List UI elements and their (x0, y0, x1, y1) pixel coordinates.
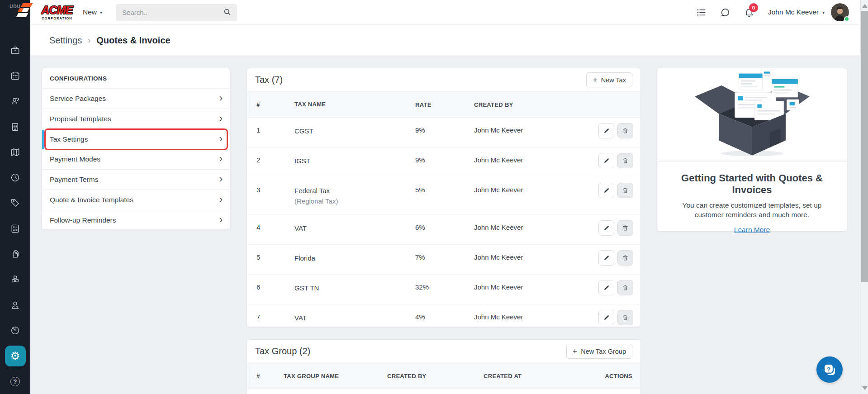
edit-button[interactable] (598, 220, 614, 236)
tax-name-cell: VAT (294, 223, 415, 233)
table-row: 3 Federal Tax (Regional Tax) 5% John Mc … (247, 177, 640, 215)
edit-button[interactable] (598, 153, 614, 168)
edit-button[interactable] (598, 280, 614, 295)
sidebar-item-tags[interactable] (0, 190, 30, 216)
tax-rate: 6% (415, 223, 474, 231)
sidebar-item-contacts[interactable] (0, 89, 30, 114)
search-icon[interactable] (223, 8, 232, 18)
sidebar-item-invoices[interactable] (0, 114, 30, 139)
tax-group-table-header: # TAX GROUP NAME CREATED BY CREATED AT A… (247, 363, 640, 389)
table-row: 1 CGST 9% John Mc Keever (247, 118, 640, 147)
pencil-icon (603, 224, 610, 232)
table-row: 7 VAT 4% John Mc Keever (247, 304, 640, 334)
config-item[interactable]: Proposal Templates (42, 109, 230, 129)
scrollbar-thumb[interactable] (861, 11, 868, 282)
created-by: John Mc Keever (474, 313, 587, 321)
notifications-button[interactable]: 0 (744, 7, 754, 18)
getting-started-card: Getting Started with Quotes & Invoices Y… (657, 68, 847, 232)
clock-icon (10, 172, 20, 183)
user-icon (10, 300, 20, 310)
delete-button[interactable] (617, 183, 633, 198)
new-tax-button-label: New Tax (601, 76, 626, 84)
col-rate: RATE (415, 101, 474, 108)
help-circle-icon: ? (10, 377, 20, 386)
trash-icon (622, 187, 629, 194)
user-menu[interactable]: John Mc Keever ▾ (768, 3, 849, 21)
svg-text:?: ? (827, 366, 830, 373)
plus-icon: + (573, 347, 578, 356)
sidebar-item-help[interactable]: ? (0, 369, 30, 394)
tax-name-cell: GST TN (294, 283, 415, 293)
delete-button[interactable] (617, 310, 633, 325)
config-item[interactable]: Payment Modes (42, 149, 230, 170)
pie-chart-icon (10, 325, 20, 336)
edit-button[interactable] (598, 123, 614, 138)
sidebar-item-documents[interactable] (0, 241, 30, 266)
tax-name: CGST (294, 126, 415, 136)
edit-button[interactable] (598, 310, 614, 325)
avatar[interactable] (831, 3, 849, 21)
sidebar-item-reports[interactable] (0, 318, 30, 343)
sidebar-item-time[interactable] (0, 165, 30, 190)
company-logo-name: ACME (39, 5, 75, 16)
scroll-down-arrow[interactable] (862, 386, 868, 390)
table-row: 6 GST TN 32% John Mc Keever (247, 275, 640, 304)
config-item-label: Service Packages (50, 95, 106, 103)
config-item[interactable]: Follow-up Reminders (42, 210, 230, 230)
app-screen: UDU (0, 0, 868, 394)
tag-icon (10, 198, 20, 208)
col-actions: ACTIONS (582, 373, 640, 380)
help-fab-button[interactable]: ? (816, 356, 843, 383)
tax-name: VAT (294, 313, 415, 323)
new-tax-button[interactable]: + New Tax (586, 72, 632, 87)
config-item[interactable]: Quote & Invoice Templates (42, 190, 230, 210)
config-item[interactable]: Service Packages (42, 88, 230, 109)
tax-name-cell: CGST (294, 126, 415, 136)
config-item[interactable]: Tax Settings (42, 129, 230, 149)
learn-more-link[interactable]: Learn More (734, 226, 770, 234)
tax-name-cell: IGST (294, 156, 415, 166)
open-box-illustration (657, 68, 847, 162)
company-logo[interactable]: ACME CORPORATION (39, 5, 75, 20)
config-item-label: Payment Terms (50, 176, 98, 184)
col-created-by: CREATED BY (474, 101, 587, 108)
delete-button[interactable] (617, 250, 633, 266)
delete-button[interactable] (617, 123, 633, 138)
row-actions (587, 250, 640, 266)
edit-button[interactable] (598, 250, 614, 266)
online-status-dot (844, 16, 849, 22)
new-tax-group-button[interactable]: + New Tax Group (566, 344, 632, 359)
activity-list-button[interactable] (696, 7, 707, 18)
trash-icon (622, 314, 629, 321)
breadcrumb-settings[interactable]: Settings (49, 35, 82, 46)
sidebar-item-estimates[interactable] (0, 216, 30, 241)
tax-table-body: 1 CGST 9% John Mc Keever (247, 118, 640, 334)
sidebar-nav: ⚙ ? (0, 38, 30, 394)
messages-button[interactable] (720, 7, 730, 18)
getting-started-body: Getting Started with Quotes & Invoices Y… (657, 162, 847, 234)
sidebar-item-map[interactable] (0, 139, 30, 165)
delete-button[interactable] (617, 153, 633, 168)
search-input[interactable] (116, 4, 237, 21)
scroll-up-arrow[interactable] (862, 4, 868, 8)
users-icon (10, 96, 20, 106)
app-logo: UDU (0, 3, 30, 9)
trash-icon (622, 284, 629, 291)
row-actions (587, 153, 640, 168)
tax-rate: 9% (415, 126, 474, 134)
delete-button[interactable] (617, 220, 633, 236)
sidebar-item-packages[interactable] (0, 267, 30, 292)
edit-button[interactable] (598, 183, 614, 198)
new-tax-group-button-label: New Tax Group (581, 348, 626, 355)
sidebar-item-settings[interactable]: ⚙ (0, 343, 30, 369)
delete-button[interactable] (617, 280, 633, 295)
sidebar-item-briefcase[interactable] (0, 38, 30, 63)
user-name: John Mc Keever (768, 8, 819, 16)
sidebar-item-customers[interactable] (0, 292, 30, 318)
calendar-icon (10, 71, 20, 81)
trash-icon (622, 157, 629, 164)
config-item[interactable]: Payment Terms (42, 169, 230, 190)
sidebar-item-calendar[interactable] (0, 63, 30, 88)
row-number: 4 (256, 223, 294, 231)
new-dropdown[interactable]: New ▾ (83, 8, 102, 16)
